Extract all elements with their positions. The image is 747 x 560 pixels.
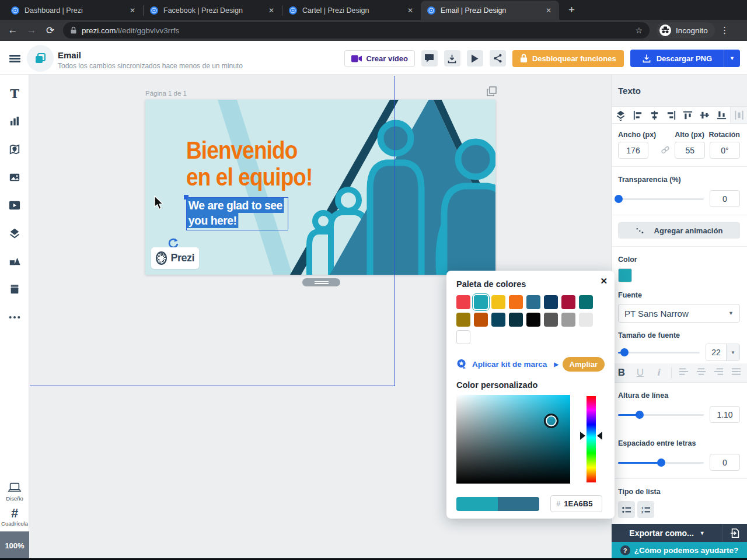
- line-height-slider[interactable]: [618, 411, 704, 419]
- rotation-input[interactable]: 0°: [710, 142, 740, 159]
- distribute-button[interactable]: [730, 107, 747, 123]
- width-input[interactable]: 176: [618, 142, 648, 159]
- tool-charts[interactable]: [0, 107, 29, 135]
- italic-button[interactable]: i: [650, 367, 668, 379]
- palette-swatch[interactable]: [561, 295, 575, 309]
- letter-spacing-slider[interactable]: [618, 459, 704, 467]
- align-top-button[interactable]: [680, 107, 697, 123]
- letter-spacing-input[interactable]: 0: [710, 454, 740, 471]
- download-png-button[interactable]: Descargar PNG ▼: [630, 50, 740, 67]
- present-button[interactable]: [467, 50, 483, 66]
- bookmark-star-icon[interactable]: ☆: [635, 26, 643, 35]
- text-justify-button[interactable]: [727, 368, 745, 378]
- tool-mockups[interactable]: [0, 275, 29, 303]
- tab-close-icon[interactable]: ✕: [544, 6, 553, 15]
- font-size-slider[interactable]: [618, 348, 700, 356]
- download-button[interactable]: [444, 50, 460, 66]
- palette-swatch[interactable]: [474, 295, 488, 309]
- font-size-stepper[interactable]: 22 ▼: [706, 344, 740, 361]
- tool-images[interactable]: [0, 163, 29, 191]
- design-heading[interactable]: Bienvenido en el equipo!: [186, 137, 312, 191]
- hue-gradient-strip[interactable]: [587, 396, 596, 482]
- palette-swatch[interactable]: [491, 313, 505, 327]
- saturation-brightness-field[interactable]: [456, 395, 570, 484]
- palette-swatch[interactable]: [456, 330, 470, 344]
- tool-text[interactable]: T: [0, 79, 29, 107]
- transparency-slider[interactable]: [618, 195, 704, 203]
- new-tab-button[interactable]: +: [568, 4, 575, 16]
- color-preview-secondary[interactable]: [498, 497, 539, 511]
- color-preview-current[interactable]: [456, 497, 498, 511]
- tab-close-icon[interactable]: ✕: [406, 6, 415, 15]
- palette-swatch[interactable]: [509, 295, 523, 309]
- grid-tool[interactable]: # Cuadrícula: [0, 508, 29, 527]
- transparency-input[interactable]: 0: [710, 190, 740, 207]
- export-as-button[interactable]: Exportar como...▼: [612, 528, 722, 538]
- palette-swatch[interactable]: [509, 313, 523, 327]
- page-drag-handle[interactable]: [302, 278, 340, 286]
- align-middle-v-button[interactable]: [696, 107, 713, 123]
- color-picker-cursor[interactable]: [544, 414, 558, 428]
- line-height-input[interactable]: 1.10: [710, 406, 740, 423]
- palette-swatch[interactable]: [544, 313, 558, 327]
- browser-tab[interactable]: Cartel | Prezi Design✕: [282, 1, 421, 20]
- browser-tab[interactable]: Dashboard | Prezi✕: [5, 1, 143, 20]
- apply-brand-kit-link[interactable]: Aplicar kit de marca ▶: [456, 359, 558, 370]
- align-left-button[interactable]: [629, 107, 646, 123]
- text-align-center-button[interactable]: [692, 368, 710, 378]
- unlock-features-button[interactable]: Desbloquear funciones: [512, 50, 624, 67]
- tool-more[interactable]: [0, 303, 29, 331]
- tool-video[interactable]: [0, 191, 29, 219]
- browser-menu-icon[interactable]: ⋮: [715, 25, 735, 36]
- palette-swatch[interactable]: [526, 313, 540, 327]
- height-input[interactable]: 55: [675, 142, 705, 159]
- create-video-button[interactable]: Crear vídeo: [344, 50, 415, 67]
- chevron-down-icon[interactable]: ▼: [726, 344, 739, 360]
- upgrade-button[interactable]: Ampliar: [563, 357, 605, 372]
- share-button[interactable]: [490, 50, 506, 66]
- align-bottom-button[interactable]: [713, 107, 730, 123]
- palette-swatch[interactable]: [491, 295, 505, 309]
- arrange-order-button[interactable]: [612, 107, 629, 123]
- underline-button[interactable]: U: [631, 367, 650, 379]
- current-color-swatch[interactable]: [618, 268, 632, 282]
- palette-swatch[interactable]: [526, 295, 540, 309]
- bullet-list-button[interactable]: [618, 501, 635, 518]
- hue-marker-right[interactable]: [597, 432, 602, 440]
- link-dimensions-icon[interactable]: [659, 145, 671, 155]
- align-right-button[interactable]: [663, 107, 680, 123]
- palette-swatch[interactable]: [579, 295, 593, 309]
- zoom-level[interactable]: 100%: [0, 531, 29, 560]
- font-select[interactable]: PT Sans Narrow▼: [618, 304, 740, 323]
- browser-tab[interactable]: Facebook | Prezi Design✕: [144, 1, 282, 20]
- address-bar[interactable]: prezi.com/i/edit/ggbvlvv3rrfs ☆: [63, 22, 650, 38]
- tool-shapes[interactable]: [0, 247, 29, 275]
- tab-close-icon[interactable]: ✕: [267, 6, 276, 15]
- palette-swatch[interactable]: [544, 295, 558, 309]
- design-page[interactable]: Bienvenido en el equipo! We are glad to …: [145, 100, 495, 275]
- hamburger-menu-icon[interactable]: [9, 55, 20, 62]
- hue-marker-left[interactable]: [580, 432, 585, 440]
- numbered-list-button[interactable]: 12: [637, 501, 654, 518]
- close-icon[interactable]: ✕: [600, 276, 608, 286]
- palette-swatch[interactable]: [579, 313, 593, 327]
- tool-layers[interactable]: [0, 219, 29, 247]
- bold-button[interactable]: B: [612, 367, 631, 379]
- document-thumbnail[interactable]: [27, 45, 54, 72]
- palette-swatch[interactable]: [456, 295, 470, 309]
- add-animation-button[interactable]: Agregar animación: [618, 222, 740, 239]
- text-align-right-button[interactable]: [710, 368, 727, 378]
- duplicate-page-icon[interactable]: [487, 86, 497, 96]
- help-button[interactable]: ? ¿Cómo podemos ayudarte?: [612, 542, 747, 559]
- hex-input[interactable]: # 1EA6B5: [550, 495, 602, 512]
- tab-close-icon[interactable]: ✕: [128, 6, 137, 15]
- forward-button[interactable]: →: [22, 24, 41, 36]
- back-button[interactable]: ←: [4, 24, 22, 36]
- align-center-h-button[interactable]: [646, 107, 663, 123]
- export-shortcut-button[interactable]: [722, 524, 747, 542]
- browser-tab[interactable]: Email | Prezi Design✕: [421, 1, 559, 20]
- palette-swatch[interactable]: [474, 313, 488, 327]
- palette-swatch[interactable]: [561, 313, 575, 327]
- selected-text-box[interactable]: We are glad to see you here!: [186, 197, 288, 230]
- hue-slider[interactable]: [587, 395, 596, 484]
